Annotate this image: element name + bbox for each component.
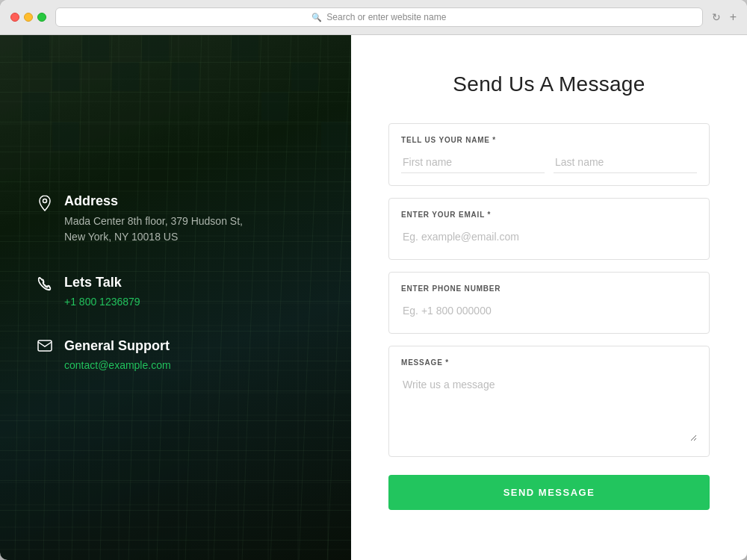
phone-body: Lets Talk +1 800 1236879 bbox=[64, 275, 140, 308]
phone-number-section: ENTER PHONE NUMBER bbox=[388, 272, 710, 334]
address-bar-text: Search or enter website name bbox=[326, 12, 446, 22]
svg-rect-30 bbox=[52, 63, 79, 91]
right-panel: Send Us A Message TELL US YOUR NAME * EN… bbox=[351, 35, 747, 560]
last-name-input[interactable] bbox=[554, 152, 697, 173]
support-title: General Support bbox=[64, 338, 171, 354]
contact-info: Address Mada Center 8th floor, 379 Hudso… bbox=[37, 193, 314, 402]
svg-line-11 bbox=[327, 35, 351, 560]
svg-rect-34 bbox=[142, 35, 169, 61]
browser-chrome: 🔍 Search or enter website name ↻ + bbox=[0, 0, 747, 35]
email-label: ENTER YOUR EMAIL * bbox=[401, 211, 697, 219]
address-title: Address bbox=[64, 193, 243, 209]
svg-rect-36 bbox=[172, 63, 199, 91]
svg-rect-40 bbox=[321, 122, 348, 151]
refresh-icon[interactable]: ↻ bbox=[712, 11, 721, 23]
search-icon: 🔍 bbox=[311, 13, 322, 22]
svg-rect-33 bbox=[112, 63, 139, 91]
svg-rect-35 bbox=[52, 122, 79, 151]
location-icon bbox=[37, 195, 52, 215]
svg-rect-31 bbox=[22, 93, 49, 121]
email-icon bbox=[37, 340, 52, 355]
address-detail: Mada Center 8th floor, 379 Hudson St, Ne… bbox=[64, 214, 243, 245]
first-name-input[interactable] bbox=[401, 152, 545, 173]
name-row bbox=[401, 152, 697, 173]
phone-icon bbox=[37, 276, 52, 295]
close-button[interactable] bbox=[10, 13, 19, 22]
svg-rect-38 bbox=[261, 93, 288, 121]
svg-rect-42 bbox=[38, 340, 52, 351]
phone-number[interactable]: +1 800 1236879 bbox=[64, 296, 140, 308]
maximize-button[interactable] bbox=[37, 13, 46, 22]
phone-section: Lets Talk +1 800 1236879 bbox=[37, 275, 314, 308]
left-panel: Address Mada Center 8th floor, 379 Hudso… bbox=[0, 35, 351, 560]
support-body: General Support contact@example.com bbox=[64, 338, 171, 372]
form-title: Send Us A Message bbox=[388, 72, 710, 96]
browser-window: 🔍 Search or enter website name ↻ + bbox=[0, 0, 747, 560]
minimize-button[interactable] bbox=[24, 13, 33, 22]
browser-content: Address Mada Center 8th floor, 379 Hudso… bbox=[0, 35, 747, 560]
message-label: MESSAGE * bbox=[401, 358, 697, 367]
new-tab-button[interactable]: + bbox=[730, 10, 737, 24]
support-email[interactable]: contact@example.com bbox=[64, 359, 171, 371]
name-label: TELL US YOUR NAME * bbox=[401, 136, 697, 144]
svg-point-41 bbox=[43, 199, 47, 203]
svg-rect-32 bbox=[82, 35, 109, 61]
message-section: MESSAGE * bbox=[388, 346, 710, 457]
svg-rect-37 bbox=[232, 35, 258, 61]
email-section: ENTER YOUR EMAIL * bbox=[388, 198, 710, 260]
support-section: General Support contact@example.com bbox=[37, 338, 314, 372]
svg-rect-39 bbox=[291, 63, 318, 91]
traffic-lights bbox=[10, 13, 46, 22]
phone-label: ENTER PHONE NUMBER bbox=[401, 284, 697, 293]
address-body: Address Mada Center 8th floor, 379 Hudso… bbox=[64, 193, 243, 245]
email-input[interactable] bbox=[401, 226, 697, 247]
address-section: Address Mada Center 8th floor, 379 Hudso… bbox=[37, 193, 314, 245]
name-section: TELL US YOUR NAME * bbox=[388, 123, 710, 186]
phone-input[interactable] bbox=[401, 300, 697, 321]
message-textarea[interactable] bbox=[401, 374, 697, 441]
svg-line-0 bbox=[15, 35, 22, 560]
phone-title: Lets Talk bbox=[64, 275, 140, 290]
svg-rect-29 bbox=[22, 35, 49, 61]
send-message-button[interactable]: SEND MESSAGE bbox=[388, 475, 710, 510]
address-bar[interactable]: 🔍 Search or enter website name bbox=[55, 7, 703, 27]
